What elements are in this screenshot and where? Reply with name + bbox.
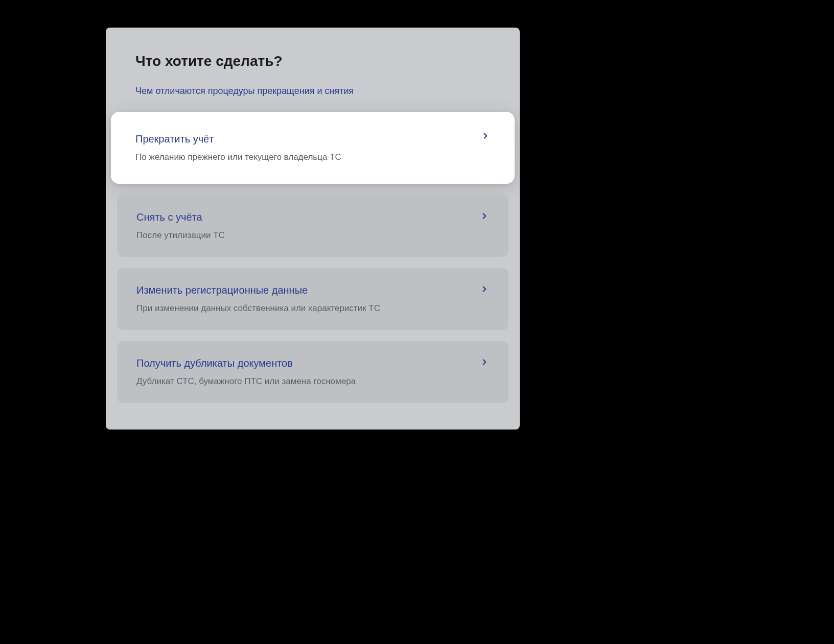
option-title: Получить дубликаты документов (136, 357, 489, 369)
page-title: Что хотите сделать? (135, 53, 520, 69)
option-title: Снять с учёта (136, 211, 489, 223)
main-panel: Что хотите сделать? Чем отличаются проце… (106, 28, 520, 430)
chevron-right-icon (481, 131, 490, 142)
option-subtitle: По желанию прежнего или текущего владель… (135, 152, 490, 162)
option-subtitle: После утилизации ТС (136, 230, 489, 241)
option-title: Изменить регистрационные данные (136, 284, 489, 296)
chevron-right-icon (480, 284, 489, 296)
option-card-duplicates[interactable]: Получить дубликаты документов Дубликат С… (117, 341, 508, 403)
option-subtitle: При изменении данных собственника или ха… (136, 303, 489, 314)
option-card-deregister[interactable]: Снять с учёта После утилизации ТС (117, 195, 508, 257)
hint-link[interactable]: Чем отличаются процедуры прекращения и с… (135, 86, 520, 97)
option-card-change-data[interactable]: Изменить регистрационные данные При изме… (117, 268, 508, 330)
option-card-terminate[interactable]: Прекратить учёт По желанию прежнего или … (111, 112, 515, 184)
option-title: Прекратить учёт (135, 133, 490, 145)
chevron-right-icon (480, 357, 489, 369)
option-subtitle: Дубликат СТС, бумажного ПТС или замена г… (136, 376, 489, 387)
chevron-right-icon (480, 211, 489, 223)
